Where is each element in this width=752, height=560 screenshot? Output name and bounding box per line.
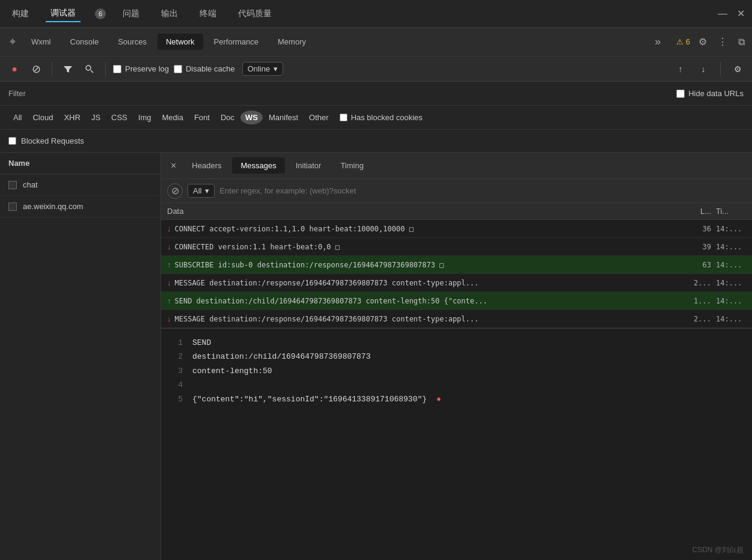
type-filter-bar: All Cloud XHR JS CSS Img Media Font Doc …: [0, 106, 752, 130]
tab-performance[interactable]: Performance: [206, 34, 267, 50]
title-item-output[interactable]: 输出: [156, 6, 183, 22]
title-item-debugger[interactable]: 调试器: [46, 5, 81, 22]
has-blocked-cookies-area: Has blocked cookies: [340, 113, 423, 122]
record-button[interactable]: ●: [6, 61, 23, 78]
type-img[interactable]: Img: [133, 111, 156, 124]
hide-data-urls-label[interactable]: Hide data URLs: [676, 89, 744, 98]
messages-filter-bar: ⊘ All ▾: [161, 179, 752, 203]
tab-memory[interactable]: Memory: [269, 34, 314, 50]
message-row[interactable]: ↑SUBSCRIBE id:sub-0 destination:/respons…: [161, 256, 752, 274]
has-blocked-cookies-label[interactable]: Has blocked cookies: [340, 113, 423, 122]
close-icon[interactable]: ✕: [737, 8, 745, 19]
message-row[interactable]: ↓MESSAGE destination:/response/169464798…: [161, 310, 752, 328]
preserve-log-text: Preserve log: [125, 64, 169, 73]
preserve-log-checkbox[interactable]: [113, 65, 121, 73]
tab-network[interactable]: Network: [157, 34, 203, 50]
detail-close-button[interactable]: ×: [166, 158, 181, 174]
title-item-build[interactable]: 构建: [7, 6, 34, 22]
message-row[interactable]: ↓CONNECTED version:1.1 heart-beat:0,0 □3…: [161, 238, 752, 256]
tab-wxml[interactable]: Wxml: [23, 34, 60, 50]
title-item-issues[interactable]: 问题: [118, 6, 144, 22]
messages-filter-input[interactable]: [219, 186, 746, 195]
message-time: 14:...: [716, 279, 746, 287]
type-media[interactable]: Media: [157, 111, 188, 124]
tab-sources[interactable]: Sources: [109, 34, 155, 50]
upload-button[interactable]: ↑: [672, 61, 689, 78]
detail-tab-initiator[interactable]: Initiator: [287, 157, 330, 174]
type-cloud[interactable]: Cloud: [28, 111, 58, 124]
toolbar-separator-1: [52, 62, 52, 76]
down-arrow-icon: ↓: [167, 278, 171, 287]
messages-block-button[interactable]: ⊘: [167, 183, 183, 199]
line-num-5: 5: [173, 392, 183, 406]
svg-line-1: [91, 70, 93, 73]
messages-all-select[interactable]: All ▾: [188, 184, 215, 198]
detail-tab-messages[interactable]: Messages: [232, 157, 284, 174]
type-other[interactable]: Other: [304, 111, 334, 124]
type-font[interactable]: Font: [189, 111, 215, 124]
cursor-icon[interactable]: ⌖: [5, 32, 20, 52]
line-content-5: {"content":"hi","sessionId":"16964133891…: [192, 392, 427, 406]
tab-console[interactable]: Console: [62, 34, 108, 50]
search-icon: [85, 64, 94, 74]
preserve-log-label[interactable]: Preserve log: [113, 64, 169, 73]
message-length: 2...: [692, 279, 716, 287]
request-checkbox-chat[interactable]: [8, 181, 17, 189]
blocked-requests-label[interactable]: Blocked Requests: [8, 136, 84, 145]
type-manifest[interactable]: Manifest: [264, 111, 303, 124]
disable-cache-label[interactable]: Disable cache: [174, 64, 235, 73]
message-text: CONNECTED version:1.1 heart-beat:0,0 □: [175, 243, 692, 251]
has-blocked-cookies-checkbox[interactable]: [340, 114, 347, 121]
detail-tab-timing[interactable]: Timing: [332, 157, 372, 174]
settings-icon[interactable]: ⚙: [696, 34, 709, 50]
tab-bar: ⌖ Wxml Console Sources Network Performan…: [0, 28, 752, 56]
up-arrow-icon: ↑: [167, 296, 171, 305]
code-line-5: 5 {"content":"hi","sessionId":"169641338…: [173, 392, 740, 406]
main-area: Name chat ae.weixin.qq.com × Headers Mes…: [0, 153, 752, 560]
message-row[interactable]: ↑SEND destination:/child/169464798736980…: [161, 292, 752, 310]
line-num-1: 1: [173, 336, 183, 350]
messages-all-label: All: [193, 186, 201, 195]
detail-tab-headers[interactable]: Headers: [183, 157, 230, 174]
line-content-2: destination:/child/1694647987369807873: [192, 350, 370, 364]
minimize-icon[interactable]: —: [718, 8, 727, 19]
disable-cache-checkbox[interactable]: [174, 65, 182, 73]
message-length: 39: [692, 243, 716, 251]
download-button[interactable]: ↓: [695, 61, 712, 78]
message-time: 14:...: [716, 261, 746, 269]
message-text: CONNECT accept-version:1.1,1.0 heart-bea…: [175, 225, 692, 233]
code-line-1: 1 SEND: [173, 336, 740, 350]
debugger-badge: 6: [95, 8, 106, 19]
message-row[interactable]: ↓CONNECT accept-version:1.1,1.0 heart-be…: [161, 220, 752, 238]
search-button[interactable]: [81, 61, 98, 78]
request-item-chat[interactable]: chat: [0, 174, 160, 196]
request-item-ae[interactable]: ae.weixin.qq.com: [0, 196, 160, 218]
detail-tab-bar: × Headers Messages Initiator Timing: [161, 153, 752, 179]
title-item-codequality[interactable]: 代码质量: [233, 6, 277, 22]
type-doc[interactable]: Doc: [216, 111, 239, 124]
online-select[interactable]: Online ▾: [242, 62, 284, 76]
toolbar-settings-button[interactable]: ⚙: [729, 61, 746, 78]
type-xhr[interactable]: XHR: [59, 111, 85, 124]
layout-icon[interactable]: ⧉: [736, 34, 747, 50]
message-row[interactable]: ↓MESSAGE destination:/response/169464798…: [161, 274, 752, 292]
request-checkbox-ae[interactable]: [8, 202, 17, 211]
message-time: 14:...: [716, 225, 746, 233]
message-time: 14:...: [716, 315, 746, 323]
more-tabs-icon[interactable]: »: [650, 32, 665, 52]
message-length: 1...: [692, 297, 716, 305]
type-ws[interactable]: WS: [240, 111, 263, 124]
blocked-requests-checkbox[interactable]: [8, 137, 16, 145]
type-css[interactable]: CSS: [106, 111, 132, 124]
warning-badge[interactable]: ⚠ 6: [676, 37, 690, 46]
col-data-header: Data: [167, 207, 692, 216]
tab-right: » ⚠ 6 ⚙ ⋮ ⧉: [650, 32, 747, 52]
type-js[interactable]: JS: [87, 111, 105, 124]
type-all[interactable]: All: [8, 111, 26, 124]
online-dropdown-icon: ▾: [274, 64, 278, 73]
clear-button[interactable]: ⊘: [28, 61, 44, 78]
title-item-terminal[interactable]: 终端: [195, 6, 221, 22]
hide-data-urls-checkbox[interactable]: [676, 90, 685, 98]
dots-icon[interactable]: ⋮: [715, 34, 730, 50]
filter-button[interactable]: [60, 61, 76, 78]
